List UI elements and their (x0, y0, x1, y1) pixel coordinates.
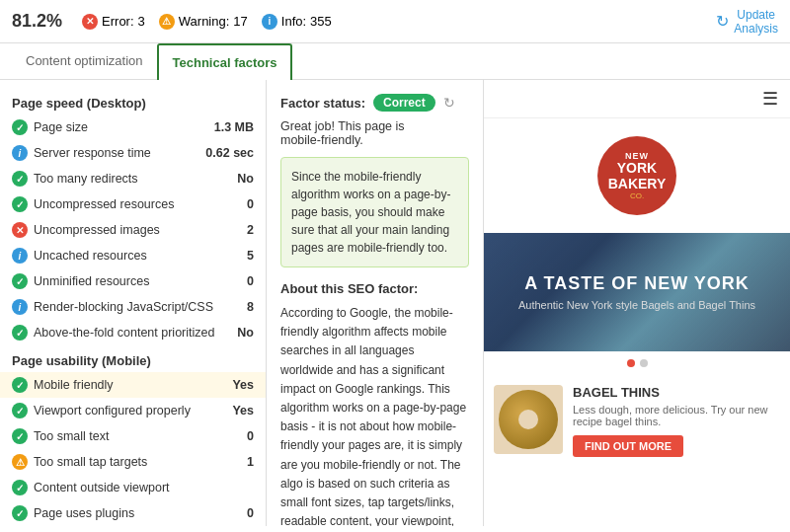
list-item[interactable]: ✕Uncompressed images2 (0, 217, 266, 243)
item-label: Too small text (34, 429, 218, 443)
item-value: No (224, 326, 254, 340)
item-value: 0 (224, 197, 254, 211)
info-badge: i Info: 355 (262, 14, 332, 30)
item-label: Render-blocking JavaScript/CSS (34, 300, 218, 314)
info-icon: i (262, 14, 277, 30)
warning-label: Warning: (179, 14, 230, 29)
site-logo: NEW YORKBAKERY CO. (597, 136, 676, 215)
info-label: Info: (281, 14, 306, 29)
item-value: 0 (224, 429, 254, 443)
error-badge: ✕ Error: 3 (82, 14, 145, 30)
hero-area: A TASTE OF NEW YORK Authentic New York s… (484, 233, 790, 351)
mid-panel: Factor status: Correct ↻ Great job! This… (267, 80, 484, 526)
dot-1 (627, 359, 635, 367)
list-item[interactable]: iRender-blocking JavaScript/CSS8 (0, 294, 266, 320)
item-label: Viewport configured properly (34, 404, 218, 418)
site-preview: ☰ NEW YORKBAKERY CO. A TASTE OF NEW YORK… (484, 80, 790, 526)
list-item[interactable]: ✓Page size1.3 MB (0, 114, 266, 140)
bagel-title: BAGEL THINS (573, 385, 780, 400)
item-label: Page uses plugins (34, 506, 218, 520)
find-out-more-button[interactable]: FIND OUT MORE (573, 435, 683, 457)
info-icon: i (12, 145, 28, 161)
bagel-mock-img (499, 390, 558, 449)
info-count: 355 (310, 14, 332, 29)
item-label: Server response time (34, 146, 199, 160)
err-icon: ✕ (12, 222, 28, 238)
item-value: Yes (224, 378, 254, 392)
item-value: 0 (224, 506, 254, 520)
factor-refresh-icon[interactable]: ↻ (443, 95, 455, 111)
list-item[interactable]: iUncached resources5 (0, 243, 266, 268)
logo-co: CO. (630, 191, 644, 200)
list-item[interactable]: ✓Above-the-fold content prioritizedNo (0, 320, 266, 345)
update-label: UpdateAnalysis (734, 8, 778, 36)
site-preview-panel: ☰ NEW YORKBAKERY CO. A TASTE OF NEW YORK… (484, 80, 790, 526)
warn-icon: ⚠ (12, 454, 28, 470)
factor-status-label: Factor status: (280, 96, 365, 111)
tab-technical-factors[interactable]: Technical factors (157, 43, 293, 80)
ok-icon: ✓ (12, 119, 28, 135)
ok-icon: ✓ (12, 196, 28, 212)
top-bar: 81.2% ✕ Error: 3 ⚠ Warning: 17 i Info: 3… (0, 0, 790, 43)
item-value: 1 (224, 455, 254, 469)
item-label: Content outside viewport (34, 481, 218, 494)
ok-icon: ✓ (12, 171, 28, 187)
section-page-usability-title: Page usability (Mobile) (0, 345, 266, 372)
item-label: Too many redirects (34, 172, 218, 186)
list-item[interactable]: iServer response time0.62 sec (0, 140, 266, 166)
dot-2 (640, 359, 648, 367)
list-item[interactable]: ✓Uncompressed resources0 (0, 191, 266, 217)
item-value: No (224, 172, 254, 186)
update-analysis-button[interactable]: ↻ UpdateAnalysis (716, 8, 778, 36)
list-item[interactable]: ⚠Too small tap targets1 (0, 449, 266, 475)
bagel-section: BAGEL THINS Less dough, more delicious. … (484, 375, 790, 467)
correct-badge: Correct (373, 94, 435, 112)
error-label: Error: (102, 14, 134, 29)
main-content: Page speed (Desktop) ✓Page size1.3 MBiSe… (0, 80, 790, 526)
list-item[interactable]: ✓Mobile friendlyYes (0, 372, 266, 398)
warning-count: 17 (233, 14, 247, 29)
list-item[interactable]: ✓Page uses plugins0 (0, 500, 266, 526)
section-page-speed-title: Page speed (Desktop) (0, 88, 266, 114)
ok-icon: ✓ (12, 428, 28, 444)
about-seo-title: About this SEO factor: (280, 281, 469, 296)
list-item[interactable]: ✓Viewport configured properlyYes (0, 398, 266, 423)
list-item[interactable]: ✓Unminified resources0 (0, 268, 266, 294)
info-icon: i (12, 299, 28, 315)
list-item[interactable]: ✓Too small text0 (0, 423, 266, 449)
left-panel: Page speed (Desktop) ✓Page size1.3 MBiSe… (0, 80, 267, 526)
item-value: 1.3 MB (214, 120, 254, 134)
great-job-text: Great job! This page ismobile-friendly. (280, 119, 469, 147)
info-icon: i (12, 248, 28, 264)
item-label: Too small tap targets (34, 455, 218, 469)
item-value: 8 (224, 300, 254, 314)
warning-icon: ⚠ (159, 14, 175, 30)
usability-items-list: ✓Mobile friendlyYes✓Viewport configured … (0, 372, 266, 526)
info-box: Since the mobile-friendly algorithm work… (280, 157, 469, 267)
error-count: 3 (138, 14, 145, 29)
item-value: 0.62 sec (205, 146, 254, 160)
bagel-description: Less dough, more delicious. Try our new … (573, 404, 780, 427)
site-header: ☰ (484, 80, 790, 118)
warning-badge: ⚠ Warning: 17 (159, 14, 248, 30)
item-label: Above-the-fold content prioritized (34, 326, 218, 340)
item-label: Page size (34, 120, 208, 134)
bagel-hole (518, 410, 538, 429)
item-label: Uncached resources (34, 249, 218, 263)
item-value: 5 (224, 249, 254, 263)
factor-status-row: Factor status: Correct ↻ (280, 94, 469, 112)
list-item[interactable]: ✓Too many redirectsNo (0, 166, 266, 191)
logo-york: YORKBAKERY (608, 161, 667, 191)
ok-icon: ✓ (12, 325, 28, 341)
error-icon: ✕ (82, 14, 98, 30)
item-label: Uncompressed resources (34, 197, 218, 211)
about-seo-text: According to Google, the mobile-friendly… (280, 304, 469, 526)
hamburger-icon: ☰ (762, 88, 778, 110)
score-value: 81.2% (12, 11, 62, 32)
tab-content-optimization[interactable]: Content optimization (12, 43, 157, 80)
item-value: Yes (224, 404, 254, 418)
hero-title: A TASTE OF NEW YORK (524, 273, 750, 294)
list-item[interactable]: ✓Content outside viewport (0, 475, 266, 500)
bagel-image (494, 385, 563, 454)
bagel-content: BAGEL THINS Less dough, more delicious. … (573, 385, 780, 457)
